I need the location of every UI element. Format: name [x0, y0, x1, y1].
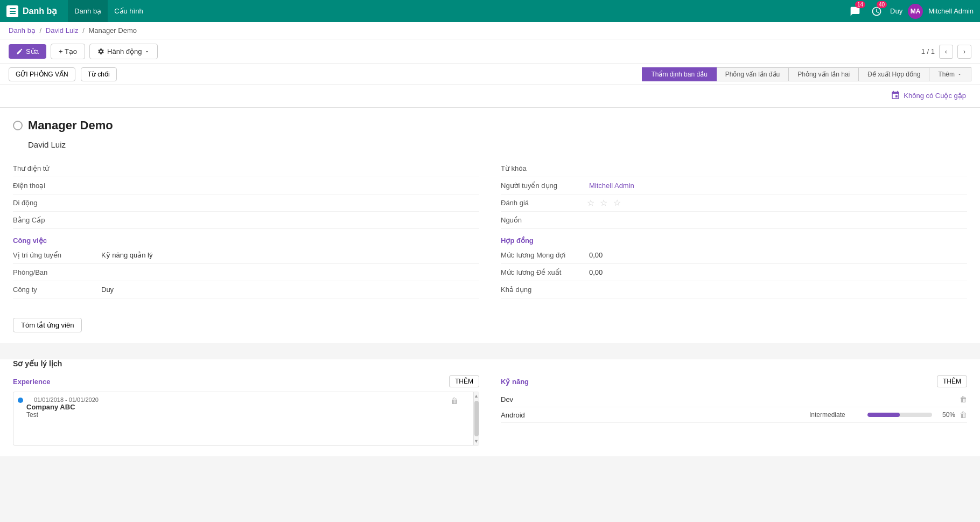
mobile-label: Di động	[13, 199, 99, 207]
proposed-salary-row: Mức lương Đề xuất 0,00	[501, 264, 967, 281]
toolbar-right: 1 / 1 ‹ ›	[921, 45, 971, 59]
status-bar: GỬI PHỎNG VẤN Từ chối Thẩm định ban đầu …	[0, 64, 980, 85]
stage-more[interactable]: Thêm	[929, 67, 971, 81]
avatar[interactable]: MA	[908, 4, 923, 19]
position-row: Vị trí ứng tuyển Kỹ năng quản lý	[13, 247, 479, 264]
add-experience-button[interactable]: THÊM	[449, 375, 479, 387]
keyword-value[interactable]	[587, 168, 967, 170]
position-label: Vị trí ứng tuyển	[13, 251, 99, 259]
availability-label: Khả dụng	[501, 286, 587, 294]
proposed-salary-value[interactable]: 0,00	[587, 267, 967, 277]
breadcrumb-david[interactable]: David Luiz	[46, 26, 79, 34]
edit-button[interactable]: Sửa	[9, 44, 46, 59]
department-label: Phòng/Ban	[13, 268, 99, 276]
availability-value[interactable]	[587, 289, 967, 291]
phone-row: Điện thoại	[13, 177, 479, 194]
experience-company: Company ABC	[26, 403, 466, 411]
record-header: Manager Demo	[13, 119, 967, 135]
second-status-row: Không có Cuộc gặp	[0, 85, 980, 108]
nav-item-config[interactable]: Cấu hình	[108, 0, 150, 22]
breadcrumb: Danh bạ / David Luiz / Manager Demo	[0, 22, 980, 39]
stage-interview-2[interactable]: Phỏng vấn lần hai	[788, 67, 859, 81]
source-value[interactable]	[587, 219, 967, 221]
create-button[interactable]: + Tạo	[51, 44, 85, 59]
experience-scrollbar[interactable]: ▲ ▼	[473, 392, 479, 445]
scroll-up[interactable]: ▲	[474, 392, 479, 400]
app-title: Danh bạ	[23, 6, 57, 16]
stage-pipeline: Thẩm định ban đầu Phỏng vấn lần đầu Phỏn…	[642, 67, 971, 81]
skill-bar-android	[867, 413, 932, 417]
recruiter-row: Người tuyển dụng Mitchell Admin	[501, 177, 967, 194]
left-column: Thư điện tử Điện thoại Di động Bằng Cấp …	[13, 160, 479, 298]
recruiter-value[interactable]: Mitchell Admin	[587, 180, 967, 191]
company-value[interactable]: Duy	[99, 284, 479, 295]
delete-skill-dev[interactable]: 🗑	[960, 395, 967, 403]
experience-desc: Test	[26, 411, 466, 419]
add-skill-button[interactable]: THÊM	[937, 375, 967, 387]
status-dot[interactable]	[13, 121, 23, 130]
source-label: Nguồn	[501, 216, 587, 224]
email-row: Thư điện tử	[13, 160, 479, 177]
admin-name: Mitchell Admin	[928, 7, 974, 15]
job-section-title: Công việc	[13, 232, 479, 247]
stage-interview-1[interactable]: Phỏng vấn lần đầu	[716, 67, 789, 81]
recruiter-label: Người tuyển dụng	[501, 182, 587, 190]
clock-icon-button[interactable]: 40	[869, 3, 885, 19]
resume-section: Sơ yếu lý lịch Experience THÊM 01/01/201…	[0, 359, 980, 456]
send-interview-button[interactable]: GỬI PHỎNG VẤN	[9, 67, 75, 81]
source-row: Nguồn	[501, 212, 967, 229]
record-title: Manager Demo	[28, 119, 113, 133]
skill-name-android: Android	[501, 411, 805, 419]
exp-dot	[18, 398, 23, 403]
nav-item-contacts[interactable]: Danh bạ	[68, 0, 108, 22]
no-meeting[interactable]: Không có Cuộc gặp	[885, 88, 971, 103]
company-row: Công ty Duy	[13, 281, 479, 298]
action-button[interactable]: Hành động	[89, 44, 158, 59]
keyword-label: Từ khóa	[501, 164, 587, 172]
degree-value[interactable]	[99, 219, 479, 221]
proposed-salary-label: Mức lương Đề xuất	[501, 268, 587, 276]
phone-value[interactable]	[99, 185, 479, 187]
skills-header: Kỹ năng THÊM	[501, 375, 967, 387]
email-value[interactable]	[99, 168, 479, 170]
resume-grid: Experience THÊM 01/01/2018 - 01/01/2020 …	[13, 375, 967, 446]
degree-row: Bằng Cấp	[13, 212, 479, 229]
breadcrumb-contacts[interactable]: Danh bạ	[9, 26, 36, 34]
availability-row: Khả dụng	[501, 281, 967, 298]
skill-name-dev: Dev	[501, 395, 697, 403]
prev-button[interactable]: ‹	[939, 45, 953, 59]
degree-label: Bằng Cấp	[13, 216, 99, 224]
department-row: Phòng/Ban	[13, 264, 479, 281]
scroll-thumb[interactable]	[474, 401, 479, 436]
username-label: Duy	[890, 7, 902, 15]
pagination-label: 1 / 1	[921, 47, 935, 55]
summary-button[interactable]: Tóm tắt ứng viên	[13, 318, 82, 332]
rating-row: Đánh giá ☆ ☆ ☆	[501, 194, 967, 212]
breadcrumb-current: Manager Demo	[88, 26, 137, 34]
scroll-down[interactable]: ▼	[474, 437, 479, 445]
skills-title: Kỹ năng	[501, 378, 529, 386]
position-value[interactable]: Kỹ năng quản lý	[99, 250, 479, 260]
stage-contract[interactable]: Đề xuất Hợp đồng	[858, 67, 929, 81]
skill-bar-fill-android	[867, 413, 900, 417]
department-value[interactable]	[99, 272, 479, 274]
phone-label: Điện thoại	[13, 182, 99, 190]
stars-value[interactable]: ☆ ☆ ☆	[587, 198, 622, 208]
email-label: Thư điện tử	[13, 164, 99, 172]
experience-date: 01/01/2018 - 01/01/2020	[34, 396, 99, 403]
skill-pct-android: 50%	[936, 411, 955, 419]
mobile-value[interactable]	[99, 202, 479, 204]
chat-icon-button[interactable]: 14	[847, 3, 863, 19]
experience-title: Experience	[13, 378, 50, 386]
delete-experience-button[interactable]: 🗑	[451, 396, 458, 405]
record-subtitle: David Luiz	[28, 140, 967, 149]
toolbar: Sửa + Tạo Hành động 1 / 1 ‹ ›	[0, 39, 980, 64]
expected-salary-label: Mức lương Mong đợi	[501, 251, 587, 259]
reject-button[interactable]: Từ chối	[81, 67, 117, 81]
main-content: Manager Demo David Luiz Thư điện tử Điện…	[0, 108, 980, 343]
stage-initial[interactable]: Thẩm định ban đầu	[642, 67, 716, 81]
delete-skill-android[interactable]: 🗑	[960, 410, 967, 419]
next-button[interactable]: ›	[957, 45, 971, 59]
expected-salary-row: Mức lương Mong đợi 0,00	[501, 247, 967, 264]
expected-salary-value[interactable]: 0,00	[587, 250, 967, 260]
